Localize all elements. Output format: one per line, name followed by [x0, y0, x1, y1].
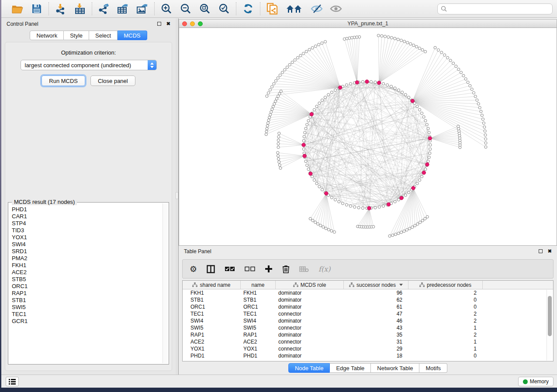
network-node[interactable]: [322, 226, 325, 228]
network-node[interactable]: [273, 103, 276, 105]
network-node[interactable]: [313, 108, 315, 111]
network-node[interactable]: [311, 175, 313, 178]
network-node[interactable]: [409, 43, 412, 45]
zoom-in-icon[interactable]: [160, 3, 173, 15]
network-node[interactable]: [315, 182, 318, 185]
network-node[interactable]: [303, 135, 305, 138]
mcds-result-item[interactable]: PHD1: [12, 206, 159, 213]
network-node[interactable]: [349, 83, 352, 85]
network-node[interactable]: [484, 141, 487, 144]
network-node[interactable]: [424, 168, 427, 170]
show-all-icon[interactable]: [329, 3, 343, 15]
network-node[interactable]: [304, 160, 307, 162]
network-node[interactable]: [353, 206, 356, 208]
network-node[interactable]: [427, 127, 429, 130]
network-node[interactable]: [321, 99, 323, 101]
network-node[interactable]: [357, 206, 360, 209]
network-node[interactable]: [446, 56, 449, 59]
network-node[interactable]: [476, 99, 478, 101]
network-node[interactable]: [358, 36, 361, 38]
table-scrollbar[interactable]: [547, 290, 553, 361]
network-node[interactable]: [462, 74, 465, 77]
network-node[interactable]: [416, 105, 419, 108]
network-node[interactable]: [382, 205, 384, 207]
network-node[interactable]: [403, 40, 406, 43]
hide-selected-icon[interactable]: [310, 3, 323, 15]
table-row[interactable]: RAP1RAP1dominator352: [183, 331, 553, 338]
network-node[interactable]: [484, 138, 487, 140]
network-node[interactable]: [330, 196, 333, 199]
network-node[interactable]: [307, 119, 310, 122]
save-session-icon[interactable]: [30, 3, 43, 15]
network-node[interactable]: [306, 164, 308, 167]
network-node[interactable]: [277, 146, 280, 148]
network-canvas[interactable]: [179, 28, 557, 246]
network-node[interactable]: [277, 95, 279, 97]
tab-node-table[interactable]: Node Table: [288, 363, 330, 373]
network-node[interactable]: [390, 36, 393, 39]
mcds-result-item[interactable]: TEC1: [12, 311, 159, 318]
network-node[interactable]: [277, 142, 280, 145]
network-node[interactable]: [372, 225, 375, 228]
network-node[interactable]: [266, 95, 268, 97]
network-node[interactable]: [418, 179, 421, 181]
network-node[interactable]: [306, 123, 308, 126]
network-node[interactable]: [294, 58, 296, 61]
network-node[interactable]: [416, 223, 419, 225]
network-node[interactable]: [480, 110, 482, 113]
dominator-node[interactable]: [412, 186, 415, 190]
network-node[interactable]: [404, 93, 407, 96]
network-node[interactable]: [314, 221, 317, 224]
network-node[interactable]: [408, 191, 410, 194]
network-node[interactable]: [324, 40, 326, 43]
network-node[interactable]: [427, 160, 429, 162]
import-table-icon[interactable]: [73, 3, 86, 15]
tab-motifs[interactable]: Motifs: [419, 363, 447, 373]
search-input[interactable]: [449, 6, 549, 12]
network-node[interactable]: [265, 130, 268, 133]
network-node[interactable]: [394, 233, 397, 236]
mcds-result-item[interactable]: STP4: [12, 220, 159, 227]
table-row[interactable]: TEC1TEC1connector472: [183, 310, 553, 317]
network-node[interactable]: [277, 77, 279, 79]
select-all-rows-icon[interactable]: [225, 266, 235, 272]
network-node[interactable]: [269, 89, 271, 91]
network-node[interactable]: [408, 227, 411, 230]
network-node[interactable]: [397, 89, 400, 91]
network-node[interactable]: [304, 131, 306, 134]
network-node[interactable]: [302, 52, 304, 55]
network-node[interactable]: [317, 223, 319, 225]
tab-edge-table[interactable]: Edge Table: [330, 363, 371, 373]
network-node[interactable]: [277, 135, 280, 138]
open-file-icon[interactable]: [11, 3, 24, 15]
network-title-bar[interactable]: YPA_prune.txt_1: [179, 19, 557, 28]
network-node[interactable]: [304, 127, 307, 130]
export-table-icon[interactable]: [117, 3, 130, 15]
dominator-node[interactable]: [303, 154, 306, 158]
network-node[interactable]: [452, 62, 454, 65]
network-node[interactable]: [311, 219, 314, 222]
dominator-node[interactable]: [355, 81, 359, 84]
network-node[interactable]: [296, 56, 299, 59]
network-node[interactable]: [278, 93, 281, 95]
network-node[interactable]: [266, 127, 268, 130]
network-node[interactable]: [267, 92, 270, 94]
export-network-icon[interactable]: [97, 3, 111, 15]
import-network-icon[interactable]: [54, 3, 67, 15]
criterion-dropdown[interactable]: largest connected component (undirected): [21, 60, 157, 70]
network-node[interactable]: [277, 139, 280, 141]
network-node[interactable]: [318, 186, 321, 188]
network-node[interactable]: [269, 113, 271, 116]
network-node[interactable]: [324, 96, 326, 99]
network-node[interactable]: [277, 155, 279, 157]
network-node[interactable]: [428, 156, 430, 158]
first-neighbors-icon[interactable]: [285, 3, 304, 15]
network-node[interactable]: [267, 119, 270, 121]
network-node[interactable]: [302, 139, 305, 142]
network-node[interactable]: [330, 230, 333, 232]
table-row[interactable]: ACE2ACE2connector311: [183, 338, 553, 345]
column-header-shared-name[interactable]: shared name: [183, 281, 241, 289]
memory-button[interactable]: Memory: [518, 377, 554, 386]
network-node[interactable]: [457, 68, 460, 71]
network-node[interactable]: [449, 59, 452, 62]
